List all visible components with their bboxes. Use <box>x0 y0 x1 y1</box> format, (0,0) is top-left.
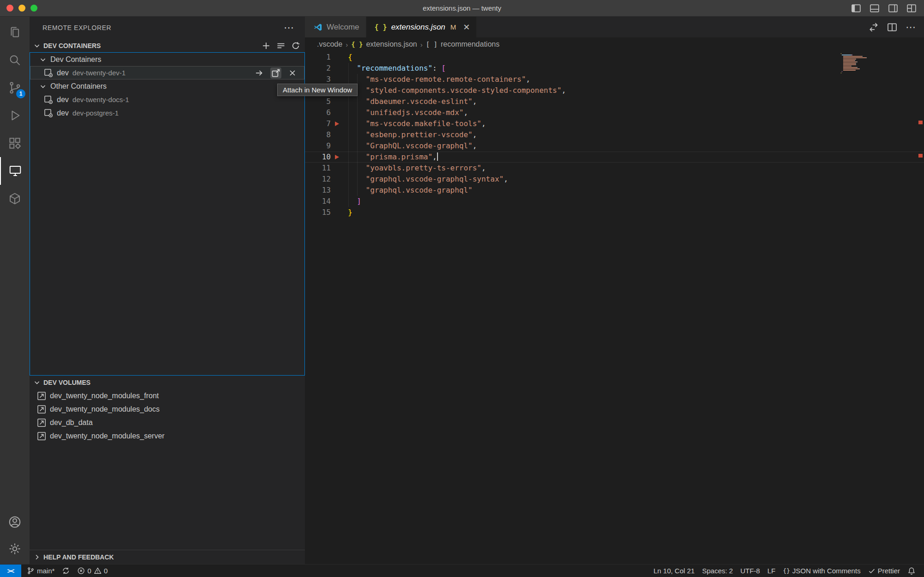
split-editor-icon[interactable] <box>887 22 897 32</box>
titlebar: extensions.json — twenty <box>0 0 924 17</box>
tab-extensions-json[interactable]: { } extensions.json M ✕ <box>366 17 477 37</box>
volume-icon <box>37 405 46 414</box>
toggle-primary-sidebar-icon[interactable] <box>851 3 861 13</box>
code-area[interactable]: 1{2 "recommendations": [3 "ms-vscode-rem… <box>305 51 924 564</box>
editor-more-actions-icon[interactable]: ⋯ <box>906 25 916 30</box>
code-line[interactable]: 8 "esbenp.prettier-vscode", <box>305 129 924 140</box>
tab-welcome[interactable]: Welcome <box>305 17 366 37</box>
breadcrumb-folder[interactable]: .vscode <box>317 40 342 49</box>
section-header-dev-volumes[interactable]: DEV VOLUMES <box>30 376 305 389</box>
cursor-position-status[interactable]: Ln 10, Col 21 <box>650 567 698 575</box>
volume-item[interactable]: dev_db_data <box>30 416 305 429</box>
minimap[interactable] <box>841 53 880 74</box>
window-title: extensions.json — twenty <box>423 4 501 12</box>
volume-item[interactable]: dev_twenty_node_modules_docs <box>30 402 305 416</box>
container-description: dev-twenty-docs-1 <box>73 96 129 103</box>
stop-container-icon[interactable] <box>287 67 298 79</box>
account-icon[interactable] <box>0 509 30 535</box>
remote-explorer-icon[interactable] <box>0 157 30 185</box>
code-line[interactable]: 13 "graphql.vscode-graphql" <box>305 185 924 196</box>
chevron-down-icon <box>39 83 47 90</box>
code-text: "ms-vscode.makefile-tools", <box>348 118 486 129</box>
git-branch-status[interactable]: main* <box>23 567 58 575</box>
volume-item[interactable]: dev_twenty_node_modules_server <box>30 429 305 443</box>
volume-item[interactable]: dev_twenty_node_modules_front <box>30 389 305 402</box>
sidebar-more-actions-icon[interactable]: ⋯ <box>284 25 294 30</box>
settings-gear-icon[interactable] <box>0 535 30 562</box>
toggle-secondary-sidebar-icon[interactable] <box>888 3 898 13</box>
code-line[interactable]: 6 "unifiedjs.vscode-mdx", <box>305 107 924 118</box>
tree-item-dev-twenty-dev[interactable]: dev dev-twenty-dev-1 <box>30 66 304 79</box>
minimize-window-button[interactable] <box>18 5 25 12</box>
code-line[interactable]: 5 "dbaeumer.vscode-eslint", <box>305 96 924 107</box>
line-number: 6 <box>305 107 331 118</box>
code-line[interactable]: 3 "ms-vscode-remote.remote-containers", <box>305 74 924 85</box>
sync-changes-button[interactable] <box>58 567 73 575</box>
attach-new-window-icon[interactable] <box>270 67 281 79</box>
explorer-icon[interactable] <box>0 18 30 46</box>
line-number: 15 <box>305 207 331 218</box>
tree-group-other-containers[interactable]: Other Containers <box>30 79 304 93</box>
volume-name: dev_twenty_node_modules_docs <box>50 405 160 413</box>
containers-icon[interactable] <box>0 185 30 213</box>
customize-layout-icon[interactable] <box>906 3 917 13</box>
code-line[interactable]: 4 "styled-components.vscode-styled-compo… <box>305 85 924 96</box>
problems-status[interactable]: 0 0 <box>73 567 111 575</box>
line-number: 11 <box>305 163 331 174</box>
notifications-bell-icon[interactable] <box>904 567 919 575</box>
container-list-icon[interactable] <box>276 41 286 50</box>
tree-item-dev-twenty-docs[interactable]: dev dev-twenty-docs-1 <box>30 93 304 106</box>
line-number: 2 <box>305 63 331 74</box>
tree-group-dev-containers[interactable]: Dev Containers <box>30 53 304 66</box>
status-bar: >< main* 0 0 <box>0 564 924 577</box>
code-line[interactable]: 11 "yoavbls.pretty-ts-errors", <box>305 163 924 174</box>
section-header-help-feedback[interactable]: HELP AND FEEDBACK <box>30 550 305 564</box>
code-line[interactable]: 7 "ms-vscode.makefile-tools", <box>305 118 924 129</box>
section-header-dev-containers[interactable]: DEV CONTAINERS <box>30 39 305 52</box>
line-number: 8 <box>305 129 331 140</box>
code-line[interactable]: 1{ <box>305 52 924 63</box>
code-line[interactable]: 10 "prisma.prisma", <box>305 152 924 163</box>
code-line[interactable]: 15} <box>305 207 924 218</box>
extensions-icon[interactable] <box>0 129 30 157</box>
volume-name: dev_db_data <box>50 419 93 427</box>
editor-group: Welcome { } extensions.json M ✕ ⋯ <box>305 17 924 564</box>
warnings-icon <box>94 567 102 575</box>
indentation-status[interactable]: Spaces: 2 <box>699 567 737 575</box>
formatter-status[interactable]: Prettier <box>864 567 904 575</box>
code-line[interactable]: 2 "recommendations": [ <box>305 63 924 74</box>
remote-indicator[interactable]: >< <box>0 565 21 577</box>
source-control-icon[interactable]: 1 <box>0 74 30 102</box>
eol-status[interactable]: LF <box>764 567 779 575</box>
gutter <box>331 52 348 63</box>
code-text: "prisma.prisma", <box>348 152 438 163</box>
language-mode-status[interactable]: {} JSON with Comments <box>779 567 864 575</box>
search-icon[interactable] <box>0 46 30 74</box>
refresh-icon[interactable] <box>291 41 300 50</box>
code-text: } <box>348 207 353 218</box>
attach-new-window-tooltip: Attach in New Window <box>277 84 358 96</box>
attach-container-icon[interactable] <box>254 67 265 79</box>
code-text: ] <box>348 196 361 207</box>
tree-item-dev-postgres[interactable]: dev dev-postgres-1 <box>30 106 304 120</box>
warning-count: 0 <box>104 567 108 575</box>
volume-icon <box>37 431 46 441</box>
breadcrumb-file[interactable]: extensions.json <box>366 40 417 49</box>
code-line[interactable]: 14 ] <box>305 196 924 207</box>
close-tab-icon[interactable]: ✕ <box>463 22 470 32</box>
activity-bar: 1 <box>0 17 30 564</box>
code-line[interactable]: 9 "GraphQL.vscode-graphql", <box>305 140 924 152</box>
close-window-button[interactable] <box>6 5 13 12</box>
json-file-icon: { } <box>351 41 363 48</box>
breadcrumb-symbol[interactable]: recommendations <box>441 40 499 49</box>
line-number: 13 <box>305 185 331 196</box>
encoding-status[interactable]: UTF-8 <box>736 567 764 575</box>
code-line[interactable]: 12 "graphql.vscode-graphql-syntax", <box>305 174 924 185</box>
code-text: "ms-vscode-remote.remote-containers", <box>348 74 530 85</box>
add-container-icon[interactable] <box>261 41 271 50</box>
zoom-window-button[interactable] <box>30 5 37 12</box>
errors-icon <box>77 567 85 575</box>
run-debug-icon[interactable] <box>0 102 30 129</box>
open-changes-icon[interactable] <box>869 22 879 32</box>
toggle-panel-icon[interactable] <box>869 3 880 13</box>
